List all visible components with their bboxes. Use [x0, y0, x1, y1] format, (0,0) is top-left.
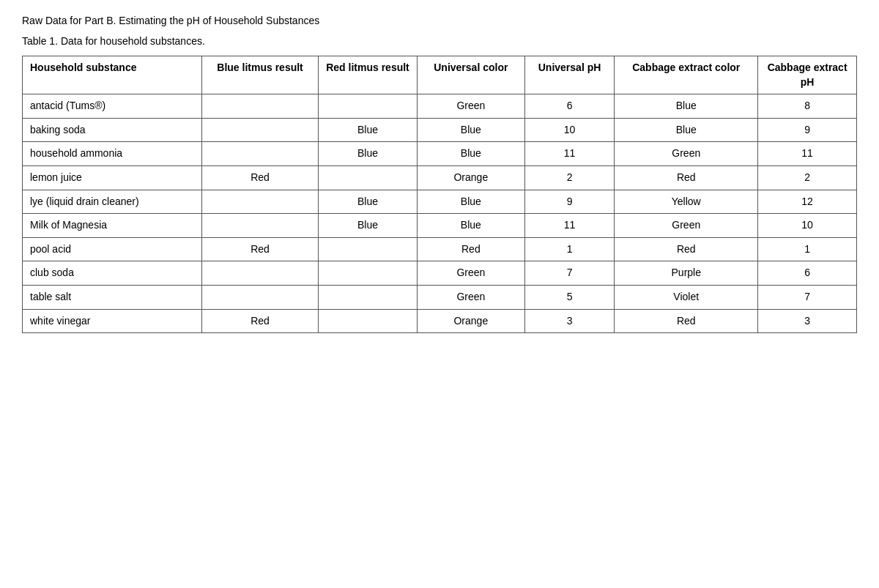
header-substance: Household substance [23, 56, 202, 94]
cell-cabbage_extract_color: Red [615, 237, 758, 261]
cell-blue_litmus: Red [201, 237, 318, 261]
cell-universal_ph: 11 [524, 214, 614, 238]
cell-substance: household ammonia [23, 142, 202, 166]
cell-red_litmus: Blue [319, 190, 418, 214]
cell-blue_litmus [201, 285, 318, 309]
cell-substance: antacid (Tums®) [23, 94, 202, 119]
cell-cabbage_extract_color: Blue [615, 94, 758, 119]
cell-universal_color: Green [417, 261, 524, 286]
cell-substance: lemon juice [23, 165, 202, 190]
cell-blue_litmus: Red [201, 165, 318, 190]
header-universal-color: Universal color [417, 56, 524, 94]
cell-cabbage_extract_ph: 2 [758, 165, 857, 190]
cell-blue_litmus [201, 261, 318, 286]
table-row: baking sodaBlueBlue10Blue9 [23, 118, 857, 142]
cell-cabbage_extract_color: Red [615, 309, 758, 333]
cell-universal_color: Red [417, 237, 524, 261]
cell-cabbage_extract_ph: 8 [758, 94, 857, 119]
cell-cabbage_extract_ph: 1 [758, 237, 857, 261]
cell-blue_litmus [201, 190, 318, 214]
cell-blue_litmus [201, 94, 318, 119]
header-blue-litmus: Blue litmus result [201, 56, 318, 94]
cell-substance: club soda [23, 261, 202, 286]
cell-universal_ph: 11 [524, 142, 614, 166]
cell-cabbage_extract_ph: 9 [758, 118, 857, 142]
table-row: pool acidRedRed1Red1 [23, 237, 857, 261]
cell-cabbage_extract_color: Blue [615, 118, 758, 142]
cell-blue_litmus [201, 142, 318, 166]
cell-red_litmus [319, 94, 418, 119]
cell-universal_color: Green [417, 94, 524, 119]
cell-cabbage_extract_ph: 11 [758, 142, 857, 166]
cell-cabbage_extract_color: Red [615, 165, 758, 190]
cell-cabbage_extract_ph: 12 [758, 190, 857, 214]
cell-substance: Milk of Magnesia [23, 214, 202, 238]
cell-universal_color: Orange [417, 309, 524, 333]
cell-substance: pool acid [23, 237, 202, 261]
cell-substance: baking soda [23, 118, 202, 142]
cell-blue_litmus: Red [201, 309, 318, 333]
table-row: club sodaGreen7Purple6 [23, 261, 857, 286]
cell-red_litmus: Blue [319, 118, 418, 142]
cell-red_litmus [319, 261, 418, 286]
cell-red_litmus: Blue [319, 214, 418, 238]
cell-cabbage_extract_ph: 3 [758, 309, 857, 333]
data-table: Household substance Blue litmus result R… [22, 56, 857, 333]
cell-cabbage_extract_ph: 10 [758, 214, 857, 238]
cell-universal_ph: 6 [524, 94, 614, 119]
cell-cabbage_extract_color: Purple [615, 261, 758, 286]
header-red-litmus: Red litmus result [319, 56, 418, 94]
header-cabbage-extract-ph: Cabbage extract pH [758, 56, 857, 94]
table-row: Milk of MagnesiaBlueBlue11Green10 [23, 214, 857, 238]
cell-universal_ph: 5 [524, 285, 614, 309]
cell-universal_ph: 1 [524, 237, 614, 261]
header-cabbage-extract-color: Cabbage extract color [615, 56, 758, 94]
cell-blue_litmus [201, 214, 318, 238]
cell-red_litmus: Blue [319, 142, 418, 166]
cell-blue_litmus [201, 118, 318, 142]
cell-cabbage_extract_ph: 6 [758, 261, 857, 286]
page-title: Raw Data for Part B. Estimating the pH o… [22, 15, 857, 26]
cell-cabbage_extract_color: Yellow [615, 190, 758, 214]
cell-universal_color: Blue [417, 190, 524, 214]
cell-universal_ph: 7 [524, 261, 614, 286]
table-row: white vinegarRedOrange3Red3 [23, 309, 857, 333]
table-row: antacid (Tums®)Green6Blue8 [23, 94, 857, 119]
cell-universal_ph: 9 [524, 190, 614, 214]
cell-cabbage_extract_color: Violet [615, 285, 758, 309]
cell-red_litmus [319, 237, 418, 261]
table-row: lemon juiceRedOrange2Red2 [23, 165, 857, 190]
cell-universal_color: Green [417, 285, 524, 309]
cell-universal_ph: 10 [524, 118, 614, 142]
cell-universal_ph: 3 [524, 309, 614, 333]
cell-universal_ph: 2 [524, 165, 614, 190]
cell-cabbage_extract_color: Green [615, 214, 758, 238]
cell-universal_color: Blue [417, 214, 524, 238]
table-caption: Table 1. Data for household substances. [22, 35, 857, 47]
cell-cabbage_extract_ph: 7 [758, 285, 857, 309]
cell-universal_color: Blue [417, 142, 524, 166]
cell-substance: lye (liquid drain cleaner) [23, 190, 202, 214]
cell-substance: table salt [23, 285, 202, 309]
cell-red_litmus [319, 309, 418, 333]
cell-universal_color: Orange [417, 165, 524, 190]
cell-red_litmus [319, 285, 418, 309]
table-row: table saltGreen5Violet7 [23, 285, 857, 309]
table-row: lye (liquid drain cleaner)BlueBlue9Yello… [23, 190, 857, 214]
cell-universal_color: Blue [417, 118, 524, 142]
table-row: household ammoniaBlueBlue11Green11 [23, 142, 857, 166]
header-universal-ph: Universal pH [524, 56, 614, 94]
cell-cabbage_extract_color: Green [615, 142, 758, 166]
cell-substance: white vinegar [23, 309, 202, 333]
cell-red_litmus [319, 165, 418, 190]
